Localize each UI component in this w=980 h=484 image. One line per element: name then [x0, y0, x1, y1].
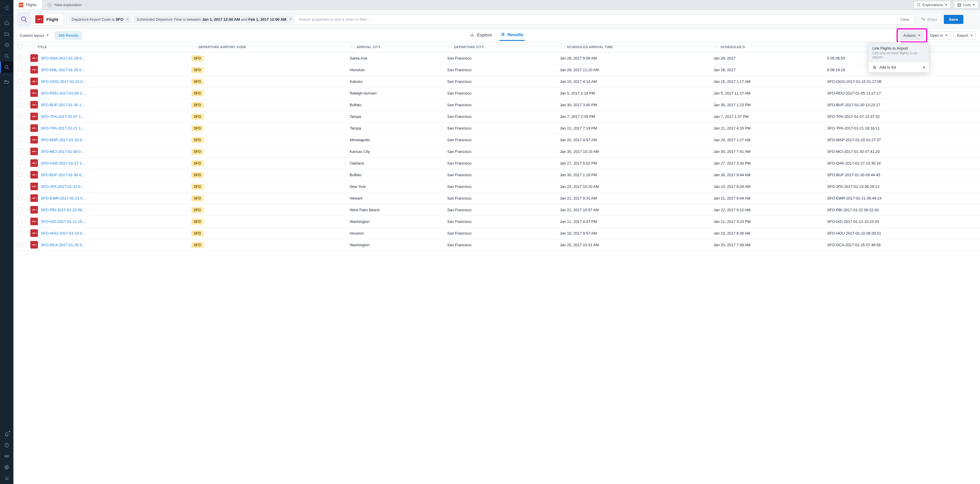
- entity-type-chip[interactable]: Flight: [33, 13, 64, 25]
- table-row[interactable]: SFO-BUF-2017-01-30 0…SFOBuffaloSan Franc…: [13, 169, 980, 181]
- table-row[interactable]: SFO-TPA-2017-01-21 1…SFOTampaSan Francis…: [13, 122, 980, 134]
- row-checkbox[interactable]: [18, 79, 22, 83]
- table-row[interactable]: SFO-DCA-2017-01-25 0…SFOWashingtonSan Fr…: [13, 239, 980, 251]
- table-row[interactable]: SFO-OGG-2017-01-15 0…SFOKahuluiSan Franc…: [13, 76, 980, 87]
- select-all-checkbox[interactable]: [18, 45, 22, 49]
- row-checkbox[interactable]: [18, 149, 22, 153]
- row-checkbox[interactable]: [18, 172, 22, 177]
- row-checkbox[interactable]: [18, 114, 22, 118]
- open-in-dropdown[interactable]: Open in: [927, 31, 951, 40]
- table-row[interactable]: SFO-BUF-2017-01-30 1…SFOBuffaloSan Franc…: [13, 99, 980, 111]
- explorations-dropdown[interactable]: Explorations: [913, 1, 951, 8]
- row-title-link[interactable]: SFO-DCA-2017-01-25 0…: [41, 243, 86, 247]
- row-checkbox[interactable]: [18, 219, 22, 223]
- table-row[interactable]: SFO-SNA-2017-01-28 0…SFOSanta AnaSan Fra…: [13, 52, 980, 64]
- row-title-link[interactable]: SFO-BUF-2017-01-30 0…: [41, 173, 85, 177]
- flight-icon: [19, 3, 23, 7]
- row-checkbox[interactable]: [18, 207, 22, 212]
- home-icon[interactable]: [0, 17, 13, 28]
- history-icon[interactable]: [0, 40, 13, 51]
- folder-icon[interactable]: [0, 28, 13, 40]
- table-row[interactable]: SFO-PBI-2017-01-22 09…SFOWest Palm Beach…: [13, 204, 980, 216]
- table-row[interactable]: SFO-HOU-2017-01-10 0…SFOHoustonSan Franc…: [13, 227, 980, 239]
- row-title-link[interactable]: SFO-HNL-2017-01-26 0…: [41, 68, 85, 72]
- share-button[interactable]: Share: [917, 15, 941, 23]
- col-sched-arr[interactable]: ⋮⋮SCHEDULED ARRIVAL TIME: [556, 42, 710, 52]
- export-dropdown[interactable]: Export: [954, 31, 976, 40]
- globe-icon[interactable]: [0, 462, 13, 473]
- save-button[interactable]: Save: [944, 15, 963, 24]
- results-count-badge[interactable]: 346 Results: [55, 32, 82, 40]
- row-title-link[interactable]: SFO-HOU-2017-01-10 0…: [41, 231, 86, 236]
- col-dep-code[interactable]: ⋮⋮DEPARTURE AIRPORT CODE: [187, 42, 346, 52]
- row-title-link[interactable]: SFO-SNA-2017-01-28 0…: [41, 56, 85, 61]
- tab-flights[interactable]: Flights: [13, 0, 42, 10]
- row-title-link[interactable]: SFO-MSP-2017-01-20 0…: [41, 138, 86, 142]
- col-sched-dep[interactable]: ⋮⋮SCHEDULED D: [710, 42, 823, 52]
- row-checkbox[interactable]: [18, 137, 22, 142]
- table-row[interactable]: SFO-MSP-2017-01-20 0…SFOMinneapolisSan F…: [13, 134, 980, 146]
- col-title[interactable]: ⋮⋮TITLE: [26, 42, 187, 52]
- open-folder-icon[interactable]: [0, 76, 13, 88]
- row-title-link[interactable]: SFO-MCI-2017-01-30 0…: [41, 150, 84, 154]
- remove-filter-icon[interactable]: ✕: [126, 17, 129, 22]
- action-link-flights[interactable]: Link Flights to Airport Link one or more…: [868, 43, 929, 62]
- exploration-mode-icon[interactable]: [18, 13, 30, 25]
- row-title-link[interactable]: SFO-RDU-2017-01-05 1…: [41, 91, 86, 96]
- row-checkbox[interactable]: [18, 67, 22, 72]
- table-row[interactable]: SFO-EWR-2017-01-21 0…SFONewarkSan Franci…: [13, 192, 980, 204]
- table-row[interactable]: SFO-HNL-2017-01-26 0…SFOHonoluluSan Fran…: [13, 64, 980, 76]
- cell-arrival-city: Honolulu: [346, 64, 443, 76]
- tab-explore[interactable]: Explore: [469, 30, 493, 41]
- results-table[interactable]: ⋮⋮TITLE ⋮⋮DEPARTURE AIRPORT CODE ⋮⋮ARRIV…: [13, 42, 980, 484]
- row-title-link[interactable]: SFO-OAK-2017-01-27 1…: [41, 161, 86, 166]
- tab-results[interactable]: Results: [500, 30, 524, 41]
- table-row[interactable]: SFO-OAK-2017-01-27 1…SFOOaklandSan Franc…: [13, 157, 980, 169]
- filter-pill-departure-time[interactable]: Scheduled Departure Time is between Jan …: [133, 16, 294, 23]
- row-title-link[interactable]: SFO-TPA-2017-01-21 1…: [41, 126, 84, 131]
- notifications-icon[interactable]: [0, 428, 13, 439]
- clear-filters-button[interactable]: Clear: [897, 16, 913, 23]
- row-checkbox[interactable]: [18, 161, 22, 165]
- explore-icon[interactable]: [0, 62, 13, 73]
- shuffle-icon[interactable]: [0, 473, 13, 484]
- layout-dropdown[interactable]: Custom layout: [18, 32, 51, 39]
- remove-filter-icon[interactable]: ✕: [289, 17, 292, 22]
- table-row[interactable]: SFO-RDU-2017-01-05 1…SFORaleigh-durhamSa…: [13, 87, 980, 99]
- filter-pill-departure-code[interactable]: Departure Airport Code is SFO ✕: [68, 16, 132, 23]
- cell-departure-city: San Francisco: [443, 87, 555, 99]
- row-checkbox[interactable]: [18, 242, 22, 247]
- table-row[interactable]: SFO-IAD-2017-01-11 15…SFOWashingtonSan F…: [13, 216, 980, 227]
- cell-arrival-city: Tampa: [346, 122, 443, 134]
- tab-new-exploration[interactable]: + New exploration: [42, 0, 87, 10]
- search-icon[interactable]: [0, 51, 13, 62]
- row-title-link[interactable]: SFO-PBI-2017-01-22 09…: [41, 208, 86, 212]
- row-checkbox[interactable]: [18, 196, 22, 200]
- row-checkbox[interactable]: [18, 91, 22, 95]
- property-search-input[interactable]: [296, 16, 895, 23]
- collapse-rail-icon[interactable]: [0, 2, 13, 13]
- row-title-link[interactable]: SFO-TPA-2017-01-07 1…: [41, 115, 84, 119]
- help-icon[interactable]: [0, 439, 13, 451]
- lists-dropdown[interactable]: Lists: [954, 1, 978, 8]
- col-arr-city[interactable]: ⋮⋮ARRIVAL CITY: [346, 42, 443, 52]
- row-title-link[interactable]: SFO-IAD-2017-01-11 15…: [41, 220, 86, 224]
- rail-divider: [0, 15, 13, 16]
- row-checkbox[interactable]: [18, 184, 22, 188]
- row-title-link[interactable]: SFO-BUF-2017-01-30 1…: [41, 103, 85, 107]
- tab-label: Flights: [25, 3, 37, 7]
- row-checkbox[interactable]: [18, 56, 22, 60]
- action-add-to-list[interactable]: Add to list: [868, 62, 929, 72]
- table-row[interactable]: SFO-MCI-2017-01-30 0…SFOKansas CitySan F…: [13, 146, 980, 157]
- table-row[interactable]: SFO-TPA-2017-01-07 1…SFOTampaSan Francis…: [13, 111, 980, 122]
- row-title-link[interactable]: SFO-OGG-2017-01-15 0…: [41, 80, 86, 84]
- row-checkbox[interactable]: [18, 231, 22, 235]
- actions-dropdown[interactable]: Actions: [900, 31, 924, 40]
- row-title-link[interactable]: SFO-JFK-2017-01-23 0…: [41, 185, 84, 189]
- row-checkbox[interactable]: [18, 126, 22, 130]
- row-checkbox[interactable]: [18, 102, 22, 107]
- user-avatar[interactable]: NR: [0, 451, 13, 462]
- row-title-link[interactable]: SFO-EWR-2017-01-21 0…: [41, 196, 86, 201]
- table-row[interactable]: SFO-JFK-2017-01-23 0…SFONew YorkSan Fran…: [13, 181, 980, 192]
- col-dep-city[interactable]: ⋮⋮DEPARTURE CITY: [443, 42, 555, 52]
